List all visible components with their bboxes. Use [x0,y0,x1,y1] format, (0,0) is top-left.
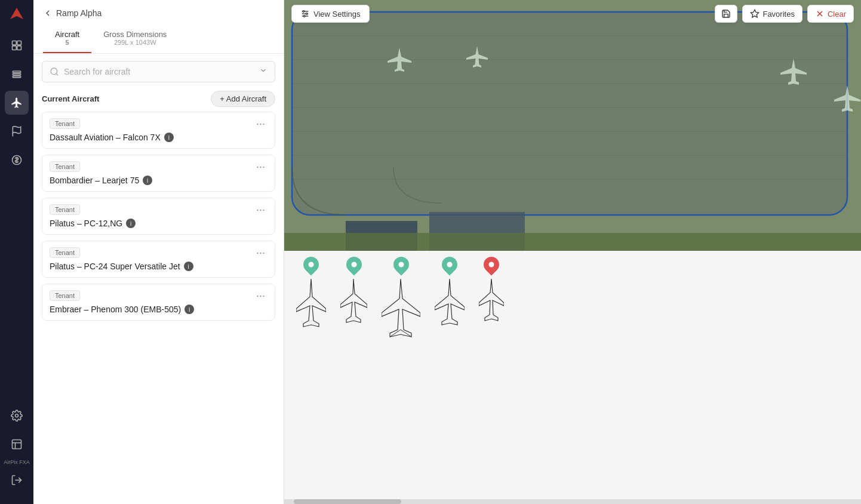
more-options-button[interactable]: ··· [254,204,267,215]
map-toolbar-right: Favorites Clear [715,5,854,23]
scrollbar[interactable] [284,499,861,504]
aircraft-name: Pilatus – PC-12,NG i [50,219,267,228]
panel-tabs: Aircraft 5 Gross Dimensions 299L x 1043W [43,25,274,53]
aircraft-name: Bombardier – Learjet 75 i [50,176,267,185]
aircraft-card-header: Tenant ··· [50,290,267,301]
map-area[interactable]: View Settings Favorites [284,0,861,504]
aircraft-pin-5 [481,254,503,276]
aircraft-scroll[interactable]: Tenant ··· Dassault Aviation – Falcon 7X… [33,112,284,504]
aircraft-info-icon[interactable]: i [164,133,174,142]
aircraft-info-icon[interactable]: i [184,305,194,314]
aircraft-svg-1 [296,276,326,330]
svg-rect-6 [13,76,20,77]
back-button[interactable]: Ramp Alpha [43,6,102,20]
aircraft-card-header: Tenant ··· [50,118,267,129]
svg-rect-2 [13,46,17,50]
search-section [33,54,284,87]
aircraft-silhouette-1[interactable] [296,257,326,330]
tenant-badge: Tenant [50,247,80,258]
map-toolbar-left: View Settings [291,5,370,23]
svg-point-19 [303,11,305,13]
aircraft-silhouette-2[interactable] [340,257,367,324]
svg-rect-10 [12,440,21,449]
aircraft-card: Tenant ··· Pilatus – PC-24 Super Versati… [42,241,275,278]
search-input[interactable] [64,67,254,76]
tab-aircraft-label: Aircraft [55,30,79,39]
aircraft-silhouette-5[interactable] [479,257,504,322]
nav-flag-button[interactable] [5,119,29,143]
tab-aircraft[interactable]: Aircraft 5 [43,25,91,53]
aircraft-svg-3 [382,276,420,342]
more-options-button[interactable]: ··· [254,247,267,258]
nav-airpix-button[interactable] [5,432,29,456]
aircraft-card: Tenant ··· Bombardier – Learjet 75 i [42,155,275,192]
clear-icon [815,9,825,19]
tenant-badge: Tenant [50,118,80,129]
nav-bar: AirPix FXA [0,0,33,504]
save-icon [721,9,731,19]
aircraft-svg-2 [340,276,367,324]
aircraft-pin-2 [343,254,365,276]
svg-point-21 [303,16,305,17]
scrollbar-thumb [294,499,401,504]
svg-point-20 [306,13,308,15]
nav-logout-button[interactable] [5,468,29,492]
aircraft-svg-4 [435,276,465,330]
aircraft-info-icon[interactable]: i [184,262,193,271]
more-options-button[interactable]: ··· [254,161,267,172]
aircraft-silhouettes-area [284,251,861,504]
svg-rect-4 [13,71,20,73]
svg-rect-37 [284,233,861,251]
aircraft-pin-3 [390,254,412,276]
more-options-button[interactable]: ··· [254,118,267,129]
svg-rect-1 [17,41,21,45]
aircraft-silhouette-4[interactable] [435,257,465,330]
favorites-label: Favorites [762,10,794,19]
tab-gross-dimensions-label: Gross Dimensions [103,30,167,39]
settings-sliders-icon [300,9,310,19]
aerial-map[interactable] [284,0,861,251]
tab-gross-dimensions[interactable]: Gross Dimensions 299L x 1043W [91,25,179,53]
favorites-button[interactable]: Favorites [742,5,802,23]
clear-button[interactable]: Clear [807,5,854,23]
svg-point-9 [15,414,18,417]
svg-line-15 [56,73,58,75]
current-aircraft-label: Current Aircraft [42,94,99,103]
aircraft-pin-4 [439,254,461,276]
app-logo[interactable] [7,5,26,24]
clear-label: Clear [828,10,846,19]
aircraft-card-header: Tenant ··· [50,247,267,258]
svg-rect-0 [13,41,17,45]
tenant-badge: Tenant [50,161,80,172]
nav-home-button[interactable] [5,33,29,57]
svg-marker-22 [751,10,759,17]
airpix-label: AirPix FXA [4,460,30,466]
more-options-button[interactable]: ··· [254,290,267,301]
save-button[interactable] [715,5,737,23]
search-dropdown-icon[interactable] [259,66,267,77]
nav-aircraft-button[interactable] [5,91,29,115]
add-aircraft-button[interactable]: + Add Aircraft [211,91,275,107]
nav-layers-button[interactable] [5,62,29,86]
tenant-badge: Tenant [50,204,80,215]
panel-header: Ramp Alpha Aircraft 5 Gross Dimensions 2… [33,0,284,54]
aircraft-info-icon[interactable]: i [126,219,136,228]
aircraft-card-header: Tenant ··· [50,161,267,172]
view-settings-button[interactable]: View Settings [291,5,370,23]
svg-rect-5 [13,73,20,75]
aircraft-name: Embraer – Phenom 300 (EMB-505) i [50,305,267,314]
tenant-badge: Tenant [50,290,80,301]
svg-rect-3 [17,46,21,50]
aircraft-pin-1 [300,254,322,276]
nav-dollar-button[interactable] [5,148,29,172]
side-panel: Ramp Alpha Aircraft 5 Gross Dimensions 2… [33,0,284,504]
svg-point-14 [51,68,57,75]
nav-settings-button[interactable] [5,404,29,428]
aircraft-card-header: Tenant ··· [50,204,267,215]
aircraft-name: Pilatus – PC-24 Super Versatile Jet i [50,262,267,271]
aircraft-info-icon[interactable]: i [143,176,152,185]
aircraft-list-header: Current Aircraft + Add Aircraft [33,87,284,112]
aircraft-silhouette-3[interactable] [382,257,420,342]
search-icon [50,67,59,76]
search-bar [42,61,275,82]
